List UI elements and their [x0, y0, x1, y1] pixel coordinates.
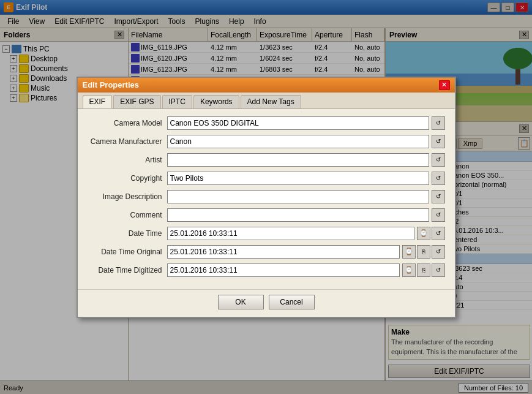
field-input-artist[interactable]	[167, 153, 429, 167]
clock-button-date-time-digitized[interactable]: ⌚	[402, 263, 416, 277]
reset-button-comment[interactable]: ↺	[432, 208, 445, 222]
form-row-artist: Artist ↺	[88, 153, 445, 167]
modal-tab-iptc[interactable]: IPTC	[162, 95, 192, 108]
reset-button-copyright[interactable]: ↺	[432, 172, 445, 185]
field-label-camera-manufacturer: Camera Manufacturer	[88, 137, 167, 146]
copy-button-date-time-original[interactable]: ⎘	[417, 245, 430, 259]
reset-button-date-time-digitized[interactable]: ↺	[432, 263, 445, 277]
reset-button-date-time-original[interactable]: ↺	[432, 245, 445, 259]
field-input-date-time[interactable]	[167, 227, 414, 240]
field-label-comment: Comment	[88, 211, 167, 219]
field-input-date-time-digitized[interactable]	[167, 263, 400, 277]
reset-button-image-description[interactable]: ↺	[432, 190, 445, 203]
form-row-date-time-digitized: Date Time Digitized ⌚ ⎘ ↺	[88, 263, 445, 277]
clock-button-date-time[interactable]: ⌚	[417, 227, 430, 240]
modal-body: Camera Model ↺ Camera Manufacturer ↺	[78, 109, 455, 289]
form-row-camera-model: Camera Model ↺	[88, 116, 445, 130]
field-label-date-time-original: Date Time Original	[88, 248, 167, 256]
form-row-comment: Comment ↺	[88, 208, 445, 222]
field-label-artist: Artist	[88, 156, 167, 164]
reset-button-camera-manufacturer[interactable]: ↺	[432, 135, 445, 148]
reset-button-date-time[interactable]: ↺	[432, 227, 445, 240]
field-input-camera-model[interactable]	[167, 116, 429, 130]
form-row-image-description: Image Description ↺	[88, 190, 445, 203]
modal-tabs: EXIF EXIF GPS IPTC Keywords Add New Tags	[78, 93, 455, 109]
modal-tab-exif[interactable]: EXIF	[83, 95, 113, 108]
field-label-date-time: Date Time	[88, 229, 167, 238]
form-row-copyright: Copyright ↺	[88, 172, 445, 185]
cancel-button[interactable]: Cancel	[269, 295, 315, 309]
field-input-date-time-original[interactable]	[167, 245, 400, 259]
field-label-image-description: Image Description	[88, 192, 167, 201]
form-row-date-time-original: Date Time Original ⌚ ⎘ ↺	[88, 245, 445, 259]
modal-footer: OK Cancel	[78, 289, 455, 317]
field-input-image-description[interactable]	[167, 190, 429, 203]
modal-tab-addnewtags[interactable]: Add New Tags	[241, 95, 301, 108]
modal-overlay: Edit Properties ✕ EXIF EXIF GPS IPTC Key…	[0, 0, 532, 381]
edit-properties-modal: Edit Properties ✕ EXIF EXIF GPS IPTC Key…	[77, 77, 456, 318]
field-label-camera-model: Camera Model	[88, 119, 167, 127]
clock-button-date-time-original[interactable]: ⌚	[402, 245, 416, 259]
field-label-copyright: Copyright	[88, 174, 167, 183]
reset-button-artist[interactable]: ↺	[432, 153, 445, 167]
form-row-camera-manufacturer: Camera Manufacturer ↺	[88, 135, 445, 148]
field-input-comment[interactable]	[167, 208, 429, 222]
modal-tab-keywords[interactable]: Keywords	[193, 95, 239, 108]
field-input-camera-manufacturer[interactable]	[167, 135, 429, 148]
ok-button[interactable]: OK	[218, 295, 264, 309]
modal-title: Edit Properties	[83, 80, 139, 89]
modal-close-button[interactable]: ✕	[439, 80, 450, 90]
field-input-copyright[interactable]	[167, 172, 429, 185]
modal-tab-exifgps[interactable]: EXIF GPS	[113, 95, 160, 108]
copy-button-date-time-digitized[interactable]: ⎘	[417, 263, 430, 277]
reset-button-camera-model[interactable]: ↺	[432, 116, 445, 130]
field-label-date-time-digitized: Date Time Digitized	[88, 266, 167, 275]
form-row-date-time: Date Time ⌚ ↺	[88, 227, 445, 240]
